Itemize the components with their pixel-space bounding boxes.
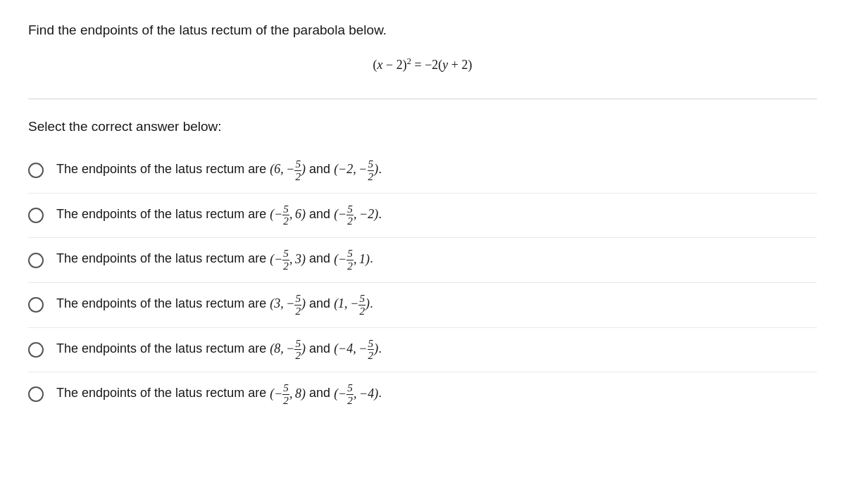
question-title: Find the endpoints of the latus rectum o… (28, 23, 817, 38)
option-a-text: The endpoints of the latus rectum are (6… (56, 158, 382, 183)
radio-e[interactable] (28, 342, 44, 358)
radio-f[interactable] (28, 386, 44, 402)
option-a[interactable]: The endpoints of the latus rectum are (6… (28, 149, 817, 194)
option-d-text: The endpoints of the latus rectum are (3… (56, 293, 373, 317)
answer-section: Select the correct answer below: The end… (28, 99, 817, 417)
equation: (x − 2)2 = −2(y + 2) (373, 58, 472, 72)
option-d[interactable]: The endpoints of the latus rectum are (3… (28, 283, 817, 328)
options-list: The endpoints of the latus rectum are (6… (28, 149, 817, 417)
option-b-text: The endpoints of the latus rectum are (−… (56, 203, 382, 228)
option-c[interactable]: The endpoints of the latus rectum are (−… (28, 238, 817, 283)
radio-c[interactable] (28, 253, 44, 268)
option-e-text: The endpoints of the latus rectum are (8… (56, 338, 382, 363)
radio-a[interactable] (28, 163, 44, 178)
option-f-text: The endpoints of the latus rectum are (−… (56, 382, 382, 407)
radio-b[interactable] (28, 208, 44, 223)
option-f[interactable]: The endpoints of the latus rectum are (−… (28, 372, 817, 417)
option-c-text: The endpoints of the latus rectum are (−… (56, 248, 373, 272)
question-section: Find the endpoints of the latus rectum o… (28, 23, 817, 99)
radio-d[interactable] (28, 297, 44, 313)
equation-container: (x − 2)2 = −2(y + 2) (28, 55, 817, 73)
select-label: Select the correct answer below: (28, 119, 817, 134)
main-container: Find the endpoints of the latus rectum o… (0, 0, 845, 439)
option-e[interactable]: The endpoints of the latus rectum are (8… (28, 328, 817, 373)
option-b[interactable]: The endpoints of the latus rectum are (−… (28, 194, 817, 239)
